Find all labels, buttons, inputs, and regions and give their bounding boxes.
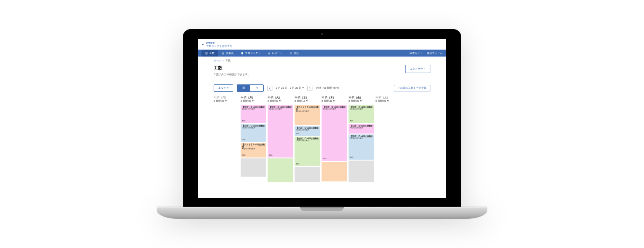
svg-rect-5 <box>269 53 269 54</box>
day-column: 28 日（金）8 時間 00 分【実装】C toB向け機能C社向け開発案件3:0… <box>349 96 374 182</box>
time-card[interactable] <box>295 167 320 182</box>
breadcrumb: ホーム › 工数 <box>214 59 430 62</box>
time-card[interactable]: 【企画】C toB向け機能C社向け開発案件1:00 <box>295 126 320 136</box>
day-column: 26 日（水）8 時間 10 分【テスト】A toB向け機能A社向け開発案件【企… <box>295 96 320 182</box>
day-column: 24 日（月）9 時間 00 分【実装】B toB向け機能B社向け開発案件3:0… <box>241 96 266 182</box>
laptop-frame: freee プロジェクト管理フリー 工数 従業員 プロジェクト <box>183 29 461 219</box>
main-nav: 工数 従業員 プロジェクト レポート 設定 <box>198 50 446 57</box>
nav-employees[interactable]: 従業員 <box>218 51 237 55</box>
time-card[interactable] <box>349 161 374 182</box>
nav-settings[interactable]: 設定 <box>286 51 302 55</box>
calendar-week: 23 日（日）0 時間 00 分24 日（月）9 時間 00 分【実装】B to… <box>214 96 430 182</box>
app-logo[interactable]: freee プロジェクト管理フリー <box>201 41 235 48</box>
nav-projects[interactable]: プロジェクト <box>237 51 264 55</box>
day-total: 8 時間 30 分 <box>322 100 347 103</box>
nav-settings-label: 設定 <box>294 51 299 55</box>
nav-request-link[interactable]: 要望フォーム <box>427 52 443 55</box>
bulk-register-button[interactable]: この週の工数を一括登録 <box>394 85 430 91</box>
nav-time[interactable]: 工数 <box>201 50 218 57</box>
day-column: 23 日（日）0 時間 00 分 <box>214 96 239 182</box>
day-total: 0 時間 00 分 <box>214 100 239 103</box>
nav-time-label: 工数 <box>209 51 215 55</box>
day-column: 25 日（火）9 時間 00 分【実装】B toB向け機能B社向け開発案件6:0… <box>268 96 293 182</box>
day-header: 23 日（日） <box>214 96 239 100</box>
day-header: 27 日（木） <box>322 96 347 100</box>
chart-icon <box>268 52 271 55</box>
svg-rect-2 <box>242 52 243 54</box>
time-card[interactable]: 【実装】B toB向け機能B社向け開発案件3:00 <box>241 105 266 123</box>
day-total: 9 時間 00 分 <box>268 100 293 103</box>
chevron-right-icon <box>309 87 311 90</box>
svg-rect-3 <box>242 52 243 52</box>
time-card[interactable] <box>268 158 293 182</box>
svg-point-7 <box>291 53 292 54</box>
logo-tagline: プロジェクト管理フリー <box>206 45 235 48</box>
day-header: 26 日（水） <box>295 96 320 100</box>
nav-reports-label: レポート <box>272 51 282 55</box>
next-week-button[interactable] <box>307 86 312 91</box>
chevron-left-icon <box>268 87 271 90</box>
svg-rect-4 <box>268 53 268 54</box>
time-card[interactable] <box>241 158 266 177</box>
day-column: 29 日（土）0 時間 00 分 <box>376 96 401 182</box>
screen-content: freee プロジェクト管理フリー 工数 従業員 プロジェクト <box>198 39 446 198</box>
prev-week-button[interactable] <box>267 86 272 91</box>
app-header: freee プロジェクト管理フリー <box>198 39 446 50</box>
page-title: 工数 <box>214 65 250 71</box>
camera-dot <box>321 33 323 35</box>
time-card[interactable]: 【実装】B toB向け機能B社向け開発案件 <box>349 124 374 134</box>
laptop-bezel: freee プロジェクト管理フリー 工数 従業員 プロジェクト <box>183 29 461 207</box>
day-cards: 【テスト】A toB向け機能A社向け開発案件【企画】C toB向け機能C社向け開… <box>295 105 320 182</box>
logo-text: freee <box>206 41 235 45</box>
nav-employees-label: 従業員 <box>226 51 234 55</box>
svg-rect-6 <box>270 52 270 54</box>
user-selector[interactable]: あなた ▾ <box>214 84 233 92</box>
time-card[interactable]: 【企画】C toB向け機能C社向け開発案件4:00 <box>295 137 320 166</box>
toggle-month[interactable]: 月 <box>250 85 263 91</box>
day-total: 0 時間 00 分 <box>376 100 401 103</box>
day-total: 8 時間 00 分 <box>349 100 374 103</box>
day-header: 28 日（金） <box>349 96 374 100</box>
day-column: 27 日（木）8 時間 30 分【実装】B toB向け機能B社向け開発案件6:0… <box>322 96 347 182</box>
time-card[interactable]: 【実装】B toB向け機能B社向け開発案件6:00 <box>322 105 347 161</box>
page-subtitle: 工数の入力や確認ができます。 <box>214 73 250 77</box>
laptop-base <box>157 207 487 219</box>
clipboard-icon <box>241 52 244 55</box>
svg-point-1 <box>222 52 223 53</box>
crumb-home[interactable]: ホーム <box>214 59 221 62</box>
week-total: 合計 : 42 時間 40 分 <box>316 86 339 90</box>
main-content: ホーム › 工数 工数 工数の入力や確認ができます。 エクスポート あなた ▾ … <box>198 57 446 182</box>
toggle-week[interactable]: 週 <box>237 85 250 91</box>
period-toggle: 週 月 <box>237 84 264 92</box>
date-range-selector[interactable]: 2 月 23 日 - 2 月 29 日 ▾ <box>276 86 304 90</box>
controls-row: あなた ▾ 週 月 2 月 23 日 - 2 月 29 日 ▾ 合計 : 42 … <box>214 84 430 92</box>
clock-icon <box>205 52 208 55</box>
time-card[interactable] <box>322 162 347 181</box>
person-icon <box>221 52 225 55</box>
bird-icon <box>201 43 205 46</box>
time-card[interactable]: 【実装】C toB向け機能C社向け開発案件2:00 <box>241 124 266 142</box>
day-header: 25 日（火） <box>268 96 293 100</box>
time-card[interactable]: 【テスト】A toB向け機能A社向け開発案件 <box>295 105 320 125</box>
day-cards: 【実装】B toB向け機能B社向け開発案件3:00【実装】C toB向け機能C社… <box>241 105 266 177</box>
day-cards: 【実装】B toB向け機能B社向け開発案件6:00 <box>268 105 293 182</box>
time-card[interactable]: 【実装】C toB向け機能C社向け開発案件3:00 <box>349 105 374 123</box>
day-total: 8 時間 10 分 <box>295 100 320 103</box>
day-header: 29 日（土） <box>376 96 401 100</box>
day-total: 9 時間 00 分 <box>241 100 266 103</box>
time-card[interactable]: 【実装】B toB向け機能B社向け開発案件6:00 <box>268 105 293 158</box>
day-cards: 【実装】B toB向け機能B社向け開発案件6:00 <box>322 105 347 181</box>
crumb-separator: › <box>223 59 224 62</box>
day-header: 24 日（月） <box>241 96 266 100</box>
time-card[interactable]: 【実装】C toB向け機能C社向け開発案件4:00 <box>349 134 374 160</box>
laptop-notch <box>300 207 344 211</box>
nav-projects-label: プロジェクト <box>245 51 261 55</box>
time-card[interactable]: 【テスト】A toB向け機能A社向け開発案件2:00 <box>241 143 266 158</box>
crumb-current: 工数 <box>225 59 231 62</box>
gear-icon <box>289 52 292 55</box>
nav-guide-link[interactable]: 操作ガイド <box>409 52 423 55</box>
export-button[interactable]: エクスポート <box>405 65 430 73</box>
day-cards: 【実装】C toB向け機能C社向け開発案件3:00【実装】B toB向け機能B社… <box>349 105 374 182</box>
nav-reports[interactable]: レポート <box>264 51 286 55</box>
